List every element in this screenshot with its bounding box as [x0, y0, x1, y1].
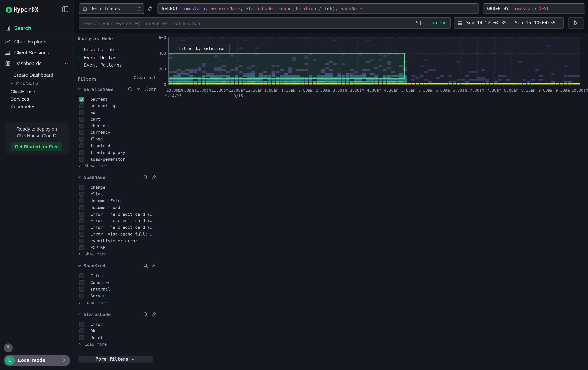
order-by-input[interactable]: ORDER BY Timestamp DESC — [483, 3, 585, 14]
checkbox[interactable] — [79, 245, 84, 250]
filter-checkbox-item[interactable]: checkout — [78, 123, 156, 129]
sidebar-item-chart-explorer[interactable]: Chart Explorer — [0, 38, 74, 47]
checkbox[interactable] — [79, 205, 84, 210]
local-mode-menu[interactable]: U Local mode — [4, 355, 70, 366]
filter-group-header[interactable]: SpanKind — [78, 263, 156, 270]
filter-checkbox-item[interactable]: payment — [78, 96, 156, 103]
checkbox[interactable] — [79, 185, 84, 190]
sidebar-item-search[interactable]: Search — [0, 24, 74, 33]
filter-checkbox-item[interactable]: load-generator — [78, 156, 156, 163]
checkbox[interactable] — [79, 110, 84, 115]
filter-checkbox-item[interactable]: frontend — [78, 143, 156, 149]
pin-icon[interactable] — [151, 263, 156, 268]
get-started-button[interactable]: Get Started for Free — [11, 142, 62, 151]
checkbox[interactable] — [79, 192, 84, 197]
checkbox[interactable] — [79, 97, 84, 102]
sidebar-collapse-icon[interactable] — [62, 6, 69, 12]
selection-rectangle[interactable] — [169, 53, 404, 79]
filter-checkbox-item[interactable]: ad — [78, 110, 156, 116]
show-more-link[interactable]: Load more — [78, 342, 156, 348]
run-query-button[interactable] — [568, 17, 584, 29]
filter-checkbox-item[interactable]: Ok — [78, 328, 156, 334]
more-filters-button[interactable]: More filters — [78, 356, 153, 363]
time-range-picker[interactable]: Sep 14 22:04:35 - Sep 15 10:04:35 — [454, 17, 564, 29]
sidebar-item-client-sessions[interactable]: Client Sessions — [0, 48, 74, 57]
search-icon[interactable] — [143, 263, 148, 268]
filter-checkbox-item[interactable]: Server — [78, 293, 156, 299]
search-icon[interactable] — [143, 312, 148, 317]
checkbox[interactable] — [79, 137, 84, 141]
filter-group-header[interactable]: StatusCode — [78, 312, 156, 318]
pin-icon[interactable] — [136, 87, 141, 91]
filter-checkbox-item[interactable]: Internal — [78, 286, 156, 293]
checkbox[interactable] — [79, 123, 84, 128]
filter-checkbox-item[interactable]: Error: The credit card (… — [78, 218, 156, 224]
filter-checkbox-item[interactable]: Error — [78, 321, 156, 328]
checkbox[interactable] — [79, 329, 84, 333]
clear-filter-link[interactable]: Clear — [144, 87, 156, 91]
checkbox[interactable] — [79, 273, 84, 278]
checkbox[interactable] — [79, 157, 84, 162]
pin-icon[interactable] — [151, 312, 156, 317]
filter-checkbox-item[interactable]: flagd — [78, 136, 156, 143]
filter-by-selection-tooltip[interactable]: Filter by Selection — [175, 44, 230, 53]
help-button[interactable]: ? — [4, 343, 13, 352]
filter-checkbox-item[interactable]: accounting — [78, 103, 156, 110]
sql-select-input[interactable]: SELECT Timestamp, ServiceName, StatusCod… — [158, 3, 479, 14]
filter-checkbox-item[interactable]: change — [78, 184, 156, 191]
filter-checkbox-item[interactable]: Error: The credit card (… — [78, 224, 156, 231]
analysis-mode-option[interactable]: Event Deltas — [78, 54, 156, 61]
checkbox[interactable] — [79, 232, 84, 237]
checkbox[interactable] — [79, 239, 84, 243]
filter-checkbox-item[interactable]: cart — [78, 116, 156, 123]
checkbox[interactable] — [79, 150, 84, 155]
checkbox[interactable] — [79, 225, 84, 230]
search-icon[interactable] — [128, 87, 133, 91]
filter-checkbox-item[interactable]: Unset — [78, 334, 156, 341]
checkbox[interactable] — [79, 103, 84, 108]
lucene-mode-button[interactable]: Lucene — [430, 20, 447, 26]
checkbox[interactable] — [79, 143, 84, 148]
checkbox[interactable] — [79, 212, 84, 217]
checkbox[interactable] — [79, 280, 84, 285]
search-input[interactable] — [83, 19, 369, 28]
presets-toggle[interactable]: PRESETS — [10, 81, 39, 85]
checkbox[interactable] — [79, 219, 84, 223]
source-select[interactable]: Demo Traces — [79, 3, 144, 14]
filter-checkbox-item[interactable]: click — [78, 191, 156, 198]
filter-checkbox-item[interactable]: Consumer — [78, 280, 156, 286]
sql-mode-button[interactable]: SQL — [416, 20, 424, 26]
clear-all-filters-link[interactable]: Clear all — [134, 75, 156, 80]
gear-icon[interactable] — [147, 6, 153, 11]
sidebar-item-clickhouse[interactable]: ClickHouse — [10, 89, 35, 94]
filter-checkbox-item[interactable]: Error: Visa cache full: … — [78, 231, 156, 238]
search-icon[interactable] — [143, 175, 148, 180]
filter-checkbox-item[interactable]: documentLoad — [78, 204, 156, 211]
checkbox[interactable] — [79, 294, 84, 298]
filter-checkbox-item[interactable]: currency — [78, 129, 156, 136]
filter-checkbox-item[interactable]: Client — [78, 273, 156, 280]
sidebar-item-dashboards[interactable]: Dashboards — [0, 59, 74, 68]
checkbox[interactable] — [79, 117, 84, 122]
analysis-mode-option[interactable]: Results Table — [78, 46, 156, 54]
sidebar-item-kubernetes[interactable]: Kubernetes — [10, 104, 35, 110]
checkbox[interactable] — [79, 199, 84, 203]
filter-group-header[interactable]: ServiceName Clear — [78, 87, 156, 93]
show-more-link[interactable]: Load more — [78, 300, 156, 306]
filter-checkbox-item[interactable]: EXPIRE — [78, 244, 156, 251]
analysis-mode-option[interactable]: Event Patterns — [78, 61, 156, 69]
filter-checkbox-item[interactable]: frontend-proxy — [78, 150, 156, 156]
checkbox[interactable] — [79, 335, 84, 340]
pin-icon[interactable] — [151, 175, 156, 180]
filter-checkbox-item[interactable]: eventListener.error — [78, 238, 156, 244]
checkbox[interactable] — [79, 287, 84, 292]
show-more-link[interactable]: Show more — [78, 163, 156, 169]
duration-heatmap-plot[interactable]: Filter by Selection — [168, 38, 580, 85]
sidebar-item-services[interactable]: Services — [10, 96, 29, 102]
create-dashboard-button[interactable]: +Create Dashboard — [8, 72, 53, 78]
show-more-link[interactable]: Show more — [78, 252, 156, 257]
filter-checkbox-item[interactable]: documentFetch — [78, 198, 156, 204]
checkbox[interactable] — [79, 322, 84, 327]
filter-checkbox-item[interactable]: Error: The credit card (… — [78, 211, 156, 218]
checkbox[interactable] — [79, 130, 84, 135]
